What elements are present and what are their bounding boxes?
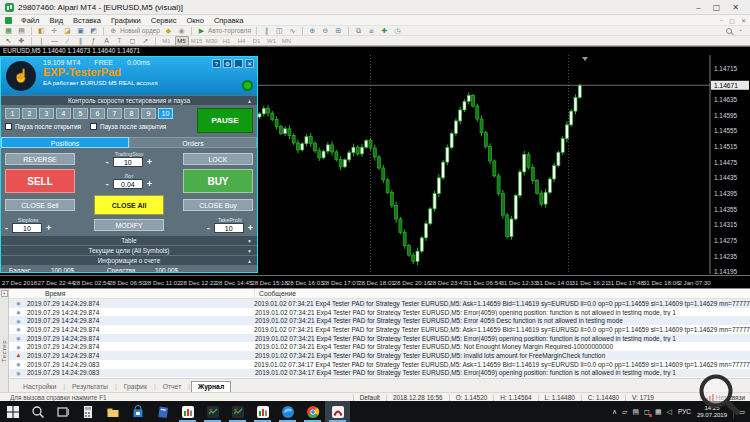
menu-файл[interactable]: Файл: [16, 16, 44, 25]
pause-button[interactable]: PAUSE: [197, 108, 253, 133]
journal-row[interactable]: ◉2019.07.29 14:24:29.8742019.01.02 07:34…: [9, 299, 750, 308]
panel-help-button[interactable]: ?: [212, 59, 221, 68]
speed-button-1[interactable]: 1: [5, 108, 20, 119]
mql-app-1[interactable]: [200, 401, 225, 422]
trailing-minus-button[interactable]: -: [106, 157, 109, 167]
takeprofit-value-input[interactable]: 10: [214, 223, 244, 233]
minimize-button[interactable]: –: [696, 3, 700, 12]
lock-button[interactable]: LOCK: [183, 153, 253, 165]
cursor-tool-icon[interactable]: ↖: [3, 36, 14, 45]
lot-value-input[interactable]: 0.04: [113, 179, 143, 189]
panel-tab-orders[interactable]: Orders: [129, 137, 257, 148]
calculator-app[interactable]: [75, 401, 100, 422]
profiles-icon[interactable]: ▤: [16, 26, 27, 35]
add-indicator-icon[interactable]: ✚: [379, 26, 390, 35]
pause-after-close-checkbox[interactable]: Пауза после закрытия: [90, 123, 166, 130]
timeframe-d1[interactable]: D1: [250, 37, 264, 45]
tile-windows-icon[interactable]: ⊞: [333, 26, 344, 35]
close-buy-button[interactable]: CLOSE Buy: [183, 199, 253, 211]
menu-справка[interactable]: Справка: [209, 16, 248, 25]
mql-app-2[interactable]: [225, 401, 250, 422]
timeframe-m30[interactable]: M30: [205, 37, 219, 45]
shapes-tool-icon[interactable]: ◻: [127, 36, 138, 45]
alpari-app[interactable]: [325, 401, 350, 422]
tester-tab-2[interactable]: Результаты: [66, 382, 114, 392]
tray-display-icon[interactable]: ◻: [644, 408, 650, 416]
section-speed-control[interactable]: Контроль скорости тестирования и пауза ▲: [1, 95, 257, 105]
menu-вставка[interactable]: Вставка: [68, 16, 106, 25]
fibonacci-tool-icon[interactable]: ƒ: [88, 36, 99, 45]
navigator-icon[interactable]: ◪: [62, 26, 73, 35]
tester-tab-1[interactable]: Настройки: [17, 382, 62, 392]
sell-button[interactable]: SELL: [5, 169, 75, 193]
checkbox-icon[interactable]: [5, 123, 12, 130]
panel-close-button[interactable]: ✕: [245, 59, 254, 68]
new-chart-icon[interactable]: ▦: [3, 26, 14, 35]
panel-settings-button[interactable]: ⚙: [223, 59, 232, 68]
tester-close-button[interactable]: ▪: [1, 290, 8, 297]
tester-tab-5[interactable]: Журнал: [191, 381, 231, 392]
close-all-button[interactable]: CLOSE All: [94, 195, 164, 215]
tray-volume-icon[interactable]: ◁: [667, 408, 672, 416]
child-close-button[interactable]: ✕: [741, 17, 746, 24]
panel-tab-positions[interactable]: Positions: [1, 137, 129, 148]
mql5-community-icon[interactable]: ◔: [738, 27, 742, 34]
menu-окно[interactable]: Окно: [181, 16, 208, 25]
stoploss-plus-button[interactable]: +: [46, 223, 51, 233]
close-button[interactable]: ✕: [732, 3, 739, 12]
auto-trading-button[interactable]: ▶: [196, 26, 207, 35]
timeframe-h4[interactable]: H4: [235, 37, 249, 45]
tray-expand-icon[interactable]: ∧: [612, 408, 617, 416]
tester-tab-3[interactable]: График: [118, 382, 153, 392]
periods-icon[interactable]: ◷: [392, 26, 403, 35]
timeframe-mn[interactable]: MN: [280, 37, 294, 45]
journal-row[interactable]: ◉2019.07.29 14:24:29.0832019.01.02 07:34…: [9, 360, 750, 369]
menu-вид[interactable]: Вид: [44, 16, 68, 25]
buy-button[interactable]: BUY: [183, 169, 253, 193]
section-account-info[interactable]: Информация о счете ▲: [1, 255, 257, 265]
start-button[interactable]: [0, 401, 25, 422]
takeprofit-minus-button[interactable]: -: [207, 223, 210, 233]
candle-chart-icon[interactable]: ◫: [274, 26, 285, 35]
mt4-app-2[interactable]: [250, 401, 275, 422]
child-restore-button[interactable]: ▢: [729, 17, 735, 24]
tray-network-icon[interactable]: ▦: [655, 408, 662, 416]
journal-row[interactable]: ◉2019.07.29 14:24:29.0832019.01.02 07:34…: [9, 369, 750, 378]
journal-row[interactable]: ▲2019.07.29 14:24:29.8742019.01.02 07:34…: [9, 351, 750, 360]
journal-row[interactable]: ◉2019.07.29 14:24:29.8742019.01.02 07:34…: [9, 325, 750, 334]
file-explorer-app[interactable]: [100, 401, 125, 422]
trendline-tool-icon[interactable]: ∕: [62, 36, 73, 45]
toolbar-search-icon[interactable]: [726, 28, 732, 34]
checkbox-icon[interactable]: [90, 123, 97, 130]
reverse-button[interactable]: REVERSE: [5, 153, 75, 165]
mt4-app-1[interactable]: [175, 401, 200, 422]
child-minimize-button[interactable]: –: [720, 17, 723, 24]
speed-button-3[interactable]: 3: [39, 108, 54, 119]
journal-row[interactable]: ◉2019.07.29 14:24:29.8742019.01.02 07:34…: [9, 316, 750, 325]
accounts-icon[interactable]: ◉: [176, 26, 187, 35]
label-tool-icon[interactable]: T: [114, 36, 125, 45]
metaeditor-icon[interactable]: ◆: [163, 26, 174, 35]
auto-trading-button-label[interactable]: Авто-торговля: [208, 27, 251, 34]
chrome-app[interactable]: [300, 401, 325, 422]
zoom-in-icon[interactable]: ⊕: [307, 26, 318, 35]
trailing-plus-button[interactable]: +: [147, 157, 152, 167]
strategy-tester-icon[interactable]: ◩: [88, 26, 99, 35]
store-app[interactable]: [125, 401, 150, 422]
new-order-button-label[interactable]: Новый ордер: [120, 27, 160, 34]
panel-minimize-button[interactable]: _: [234, 59, 243, 68]
line-chart-icon[interactable]: ∿: [287, 26, 298, 35]
channel-tool-icon[interactable]: ∥: [75, 36, 86, 45]
modify-button[interactable]: MODIFY: [94, 219, 164, 231]
close-sell-button[interactable]: CLOSE Sell: [5, 199, 75, 211]
edge-app[interactable]: [275, 401, 300, 422]
maximize-button[interactable]: ▢: [713, 3, 721, 12]
journal-row[interactable]: ◉2019.07.29 14:24:29.8742019.01.02 07:34…: [9, 308, 750, 317]
lot-plus-button[interactable]: +: [147, 179, 152, 189]
tray-explorer-icon[interactable]: ▤: [632, 408, 639, 416]
hline-tool-icon[interactable]: —: [49, 36, 60, 45]
trailing-value-input[interactable]: 10: [113, 157, 143, 167]
zoom-out-icon[interactable]: ⊖: [320, 26, 331, 35]
section-table[interactable]: Table ▼: [1, 235, 257, 245]
timeframe-h1[interactable]: H1: [220, 37, 234, 45]
